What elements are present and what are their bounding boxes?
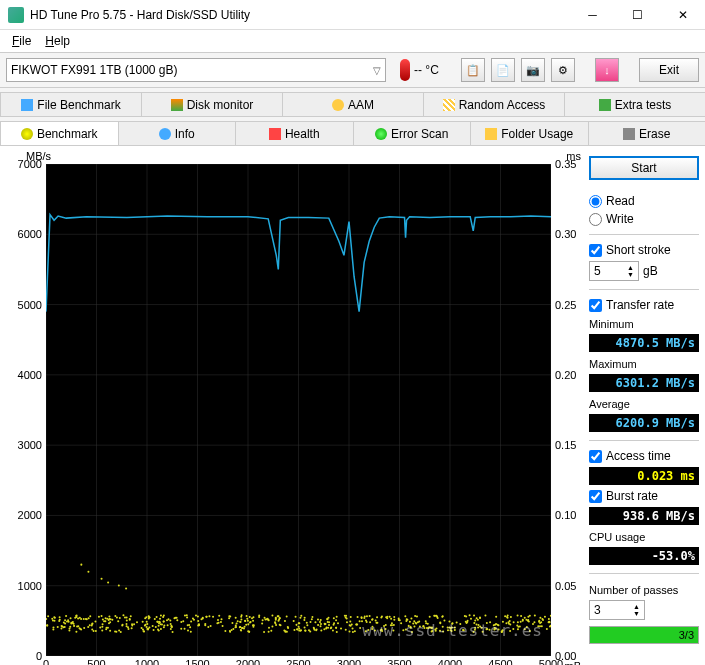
drive-select[interactable]: FIKWOT FX991 1TB (1000 gB) ▽	[6, 58, 386, 82]
svg-point-256	[163, 626, 165, 628]
transfer-rate-check[interactable]: Transfer rate	[589, 298, 699, 312]
svg-point-425	[328, 621, 330, 623]
svg-point-439	[320, 619, 322, 621]
benchmark-chart: www.ssd-tester.es	[46, 164, 551, 656]
svg-point-611	[415, 622, 417, 624]
svg-point-551	[422, 625, 424, 627]
svg-point-283	[143, 630, 145, 632]
svg-point-189	[261, 622, 263, 624]
tab-info[interactable]: Info	[118, 121, 237, 145]
svg-point-407	[323, 628, 325, 630]
svg-point-278	[332, 629, 334, 631]
tab-folder-usage[interactable]: Folder Usage	[470, 121, 589, 145]
svg-point-368	[538, 620, 540, 622]
spinner-icon[interactable]: ▲▼	[633, 603, 640, 617]
tab-health[interactable]: Health	[235, 121, 354, 145]
svg-point-362	[367, 629, 369, 631]
svg-point-609	[107, 581, 109, 583]
titlebar: HD Tune Pro 5.75 - Hard Disk/SSD Utility…	[0, 0, 705, 30]
svg-point-233	[231, 629, 233, 631]
svg-point-568	[208, 615, 210, 617]
tab-extra-tests[interactable]: Extra tests	[564, 92, 705, 116]
svg-point-585	[197, 615, 199, 617]
tab-error-scan[interactable]: Error Scan	[353, 121, 472, 145]
short-stroke-input[interactable]: 5▲▼	[589, 261, 639, 281]
svg-point-545	[371, 626, 373, 628]
menu-help[interactable]: Help	[39, 32, 76, 50]
svg-point-607	[91, 622, 93, 624]
svg-point-176	[517, 615, 519, 617]
svg-point-133	[184, 614, 186, 616]
options-button[interactable]: ⚙	[551, 58, 575, 82]
svg-point-371	[298, 626, 300, 628]
svg-point-452	[180, 628, 182, 630]
svg-point-579	[494, 624, 496, 626]
svg-point-615	[144, 617, 146, 619]
tab-file-benchmark[interactable]: File Benchmark	[0, 92, 142, 116]
svg-point-56	[264, 617, 266, 619]
svg-point-438	[402, 629, 404, 631]
svg-point-500	[325, 627, 327, 629]
read-radio[interactable]: Read	[589, 194, 699, 208]
close-button[interactable]: ✕	[660, 0, 705, 30]
svg-point-414	[163, 620, 165, 622]
svg-point-485	[170, 628, 172, 630]
svg-point-618	[525, 619, 527, 621]
svg-point-323	[53, 616, 55, 618]
tab-erase[interactable]: Erase	[588, 121, 706, 145]
tab-aam[interactable]: AAM	[282, 92, 424, 116]
svg-point-220	[300, 629, 302, 631]
svg-point-254	[106, 618, 108, 620]
svg-point-123	[160, 628, 162, 630]
spinner-icon[interactable]: ▲▼	[627, 264, 634, 278]
svg-point-470	[284, 620, 286, 622]
svg-point-143	[542, 619, 544, 621]
svg-point-394	[516, 624, 518, 626]
svg-point-376	[459, 623, 461, 625]
exit-button[interactable]: Exit	[639, 58, 699, 82]
svg-point-83	[306, 624, 308, 626]
svg-point-605	[529, 630, 531, 632]
svg-point-21	[156, 616, 158, 618]
svg-point-334	[488, 629, 490, 631]
screenshot-button[interactable]: 📷	[521, 58, 545, 82]
svg-point-447	[218, 622, 220, 624]
copy-info-button[interactable]: 📋	[461, 58, 485, 82]
svg-point-477	[158, 630, 160, 632]
svg-point-349	[473, 631, 475, 633]
svg-point-502	[80, 618, 82, 620]
svg-point-244	[155, 626, 157, 628]
tab-disk-monitor[interactable]: Disk monitor	[141, 92, 283, 116]
menu-file[interactable]: File	[6, 32, 37, 50]
tab-benchmark[interactable]: Benchmark	[0, 121, 119, 145]
svg-point-435	[326, 618, 328, 620]
svg-point-437	[374, 630, 376, 632]
svg-point-182	[295, 624, 297, 626]
short-stroke-check[interactable]: Short stroke	[589, 243, 699, 257]
svg-point-465	[476, 624, 478, 626]
copy-screenshot-button[interactable]: 📄	[491, 58, 515, 82]
svg-point-217	[298, 628, 300, 630]
svg-point-75	[160, 615, 162, 617]
passes-input[interactable]: 3▲▼	[589, 600, 645, 620]
svg-point-542	[190, 631, 192, 633]
access-time-value: 0.023 ms	[589, 467, 699, 485]
save-button[interactable]: ↓	[595, 58, 619, 82]
burst-rate-check[interactable]: Burst rate	[589, 489, 699, 503]
svg-point-241	[476, 617, 478, 619]
svg-point-389	[317, 618, 319, 620]
minimize-button[interactable]: ─	[570, 0, 615, 30]
maximize-button[interactable]: ☐	[615, 0, 660, 30]
tab-random-access[interactable]: Random Access	[423, 92, 565, 116]
svg-point-312	[408, 625, 410, 627]
write-radio[interactable]: Write	[589, 212, 699, 226]
start-button[interactable]: Start	[589, 156, 699, 180]
svg-point-416	[354, 630, 356, 632]
svg-point-392	[314, 621, 316, 623]
svg-point-111	[495, 616, 497, 618]
y-ticks-left: 01000200030004000500060007000	[6, 164, 44, 656]
access-time-check[interactable]: Access time	[589, 449, 699, 463]
svg-point-510	[279, 624, 281, 626]
svg-point-285	[59, 619, 61, 621]
svg-point-487	[51, 618, 53, 620]
